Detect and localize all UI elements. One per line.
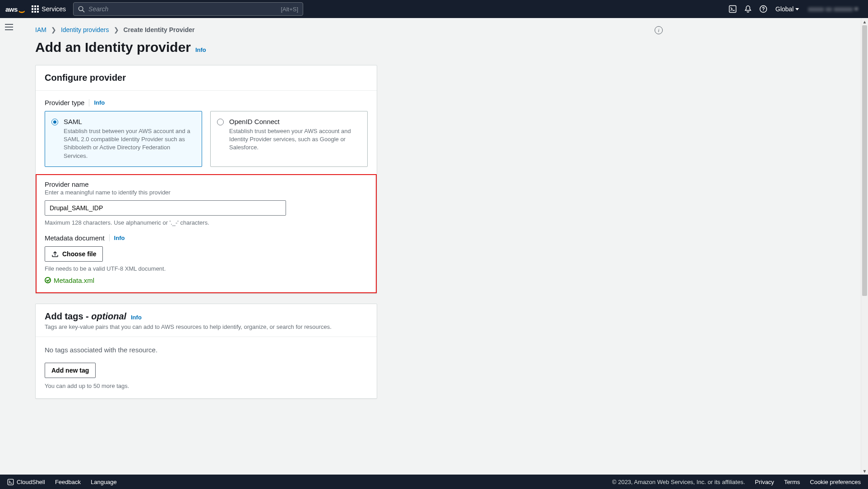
services-label: Services <box>42 5 66 13</box>
svg-rect-5 <box>37 8 39 10</box>
provider-type-label: Provider type <box>45 99 84 106</box>
aws-logo-text: aws <box>5 5 18 13</box>
svg-rect-0 <box>32 5 33 7</box>
add-new-tag-button[interactable]: Add new tag <box>45 363 96 378</box>
provider-name-hint: Maximum 128 characters. Use alphanumeric… <box>45 219 368 226</box>
saml-desc: Establish trust between your AWS account… <box>64 127 195 160</box>
breadcrumb-iam[interactable]: IAM <box>35 26 46 33</box>
upload-icon <box>51 250 59 258</box>
configure-heading: Configure provider <box>45 73 368 83</box>
provider-type-info[interactable]: Info <box>94 99 105 106</box>
radio-icon <box>51 119 58 125</box>
svg-rect-2 <box>37 5 39 7</box>
configure-provider-panel: Configure provider Provider type Info SA… <box>35 65 377 294</box>
chevron-down-icon <box>854 8 858 10</box>
saml-title: SAML <box>64 118 195 125</box>
divider <box>109 234 110 241</box>
metadata-hint: File needs to be a valid UTF-8 XML docum… <box>45 265 368 272</box>
provider-type-oidc[interactable]: OpenID Connect Establish trust between y… <box>210 111 368 167</box>
help-icon[interactable] <box>756 1 771 17</box>
choose-file-button[interactable]: Choose file <box>45 246 103 262</box>
sidebar-toggle[interactable] <box>0 18 18 36</box>
provider-type-saml[interactable]: SAML Establish trust between your AWS ac… <box>45 111 202 167</box>
chevron-down-icon <box>795 8 799 10</box>
grid-icon <box>32 5 39 13</box>
oidc-desc: Establish trust between your AWS account… <box>229 127 361 152</box>
search-shortcut: [Alt+S] <box>281 6 298 13</box>
tags-info[interactable]: Info <box>131 314 142 321</box>
tags-title-optional: optional <box>91 311 126 321</box>
tags-title-a: Add tags - <box>45 311 91 321</box>
svg-rect-1 <box>34 5 36 7</box>
page-title: Add an Identity provider <box>35 40 191 55</box>
svg-line-10 <box>83 10 84 12</box>
tags-title: Add tags - optional <box>45 311 126 321</box>
tags-desc: Tags are key-value pairs that you can ad… <box>45 323 368 330</box>
chevron-right-icon: ❯ <box>51 26 56 33</box>
search-input[interactable] <box>88 5 281 13</box>
help-panel-toggle[interactable]: i <box>650 18 668 427</box>
aws-logo[interactable]: aws⌣ <box>5 5 24 13</box>
tags-limit-hint: You can add up to 50 more tags. <box>45 383 368 389</box>
svg-rect-6 <box>32 11 33 13</box>
svg-point-9 <box>78 6 83 10</box>
hamburger-icon <box>5 24 13 30</box>
top-nav: aws⌣ Services [Alt+S] Global xxxxx xx xx… <box>0 0 868 18</box>
services-menu[interactable]: Services <box>32 5 66 13</box>
notifications-icon[interactable] <box>740 1 756 17</box>
metadata-info[interactable]: Info <box>114 235 125 241</box>
region-selector[interactable]: Global <box>771 5 803 13</box>
svg-rect-8 <box>37 11 39 13</box>
breadcrumb: IAM ❯ Identity providers ❯ Create Identi… <box>35 26 632 33</box>
metadata-label: Metadata document <box>45 234 105 242</box>
scrollbar[interactable]: ▲ ▼ <box>861 18 868 427</box>
provider-name-subtext: Enter a meaningful name to identify this… <box>45 189 368 196</box>
check-circle-icon <box>45 277 51 283</box>
chevron-right-icon: ❯ <box>114 26 119 33</box>
uploaded-file-status: Metadata.xml <box>45 277 368 284</box>
scroll-thumb[interactable] <box>862 25 867 296</box>
uploaded-file-name: Metadata.xml <box>54 277 94 284</box>
choose-file-label: Choose file <box>62 250 96 258</box>
global-search[interactable]: [Alt+S] <box>73 2 303 16</box>
oidc-title: OpenID Connect <box>229 118 361 125</box>
provider-name-input[interactable] <box>45 200 286 216</box>
breadcrumb-current: Create Identity Provider <box>124 26 195 33</box>
svg-rect-4 <box>34 8 36 10</box>
radio-icon <box>217 119 224 125</box>
svg-rect-7 <box>34 11 36 13</box>
scroll-up-icon[interactable]: ▲ <box>861 18 868 25</box>
account-label: xxxxx xx xxxxxx <box>808 5 853 13</box>
tags-panel: Add tags - optional Info Tags are key-va… <box>35 304 377 399</box>
highlighted-section: Provider name Enter a meaningful name to… <box>36 174 377 293</box>
page-info-link[interactable]: Info <box>195 46 206 53</box>
cloudshell-icon[interactable] <box>725 1 740 17</box>
divider <box>89 99 89 106</box>
provider-name-label: Provider name <box>45 180 368 188</box>
info-circle-icon: i <box>655 26 663 34</box>
search-icon <box>78 6 85 13</box>
breadcrumb-identity-providers[interactable]: Identity providers <box>61 26 109 33</box>
account-menu[interactable]: xxxxx xx xxxxxx <box>803 5 863 13</box>
svg-rect-3 <box>32 8 33 10</box>
region-label: Global <box>776 5 794 13</box>
tags-empty-text: No tags associated with the resource. <box>45 346 368 354</box>
